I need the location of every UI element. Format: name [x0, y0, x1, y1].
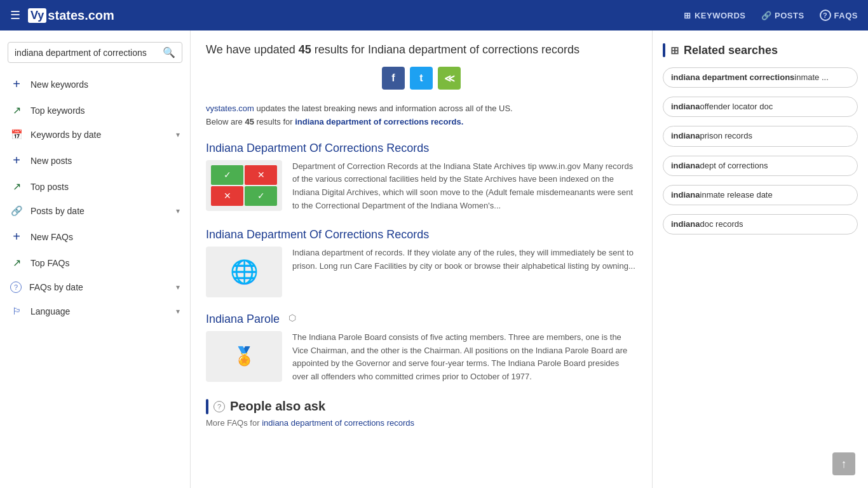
sidebar-label-top-keywords: Top keywords: [31, 105, 180, 116]
sidebar-label-language: Language: [31, 306, 168, 316]
related-bar: [663, 43, 665, 57]
sidebar-item-new-posts[interactable]: + New posts: [0, 147, 190, 174]
related-tag-4[interactable]: indiana dept of corrections: [663, 156, 858, 176]
result-thumb-2: 🌐: [206, 247, 282, 297]
sidebar-item-language[interactable]: 🏳 Language ▾: [0, 299, 190, 323]
result-item-3: Indiana Parole ⬡ 🏅 The Indiana Parole Bo…: [206, 313, 637, 384]
keywords-icon: ⊞: [684, 11, 691, 20]
search-icon[interactable]: 🔍: [163, 46, 175, 58]
sidebar-item-faqs-by-date[interactable]: ? FAQs by date ▾: [0, 275, 190, 299]
below-count: 45: [245, 117, 254, 126]
badge-icon: 🏅: [233, 346, 255, 367]
result-text-3: The Indiana Parole Board consists of fiv…: [292, 331, 637, 384]
search-input[interactable]: [15, 48, 163, 58]
result-header: We have updated 45 results for Indiana d…: [206, 43, 637, 57]
scroll-top-icon: ↑: [841, 458, 847, 471]
result-content-1: Department of Correction Records at the …: [206, 160, 637, 213]
people-ask-label: More FAQs for indiana department of corr…: [206, 418, 637, 428]
below-query: indiana department of corrections record…: [295, 117, 463, 126]
faq-circle-icon: ?: [10, 281, 22, 293]
related-tag-6[interactable]: indiana doc records: [663, 214, 858, 234]
sidebar: 🔍 + New keywords ↗ Top keywords 📅 Keywor…: [0, 30, 191, 488]
thumb-cell-2: [245, 165, 277, 185]
hamburger-icon[interactable]: ☰: [10, 8, 20, 22]
faqs-circle-icon: ?: [820, 10, 831, 21]
site-description: vystates.com updates the latest breaking…: [206, 102, 637, 129]
result-title-3[interactable]: Indiana Parole: [206, 313, 280, 326]
sidebar-label-new-posts: New posts: [31, 156, 180, 166]
sidebar-label-faqs-by-date: FAQs by date: [29, 282, 168, 292]
search-bar[interactable]: 🔍: [8, 42, 182, 63]
share-button[interactable]: ≪: [438, 67, 461, 90]
keywords-label: KEYWORDS: [695, 11, 746, 20]
related-tag-3[interactable]: indiana prison records: [663, 126, 858, 146]
sidebar-label-keywords-by-date: Keywords by date: [31, 130, 168, 140]
external-link-icon[interactable]: ⬡: [288, 313, 296, 323]
result-item-2: Indiana Department Of Corrections Record…: [206, 228, 637, 297]
faq-question-icon: ?: [214, 401, 225, 412]
people-ask-link[interactable]: indiana department of corrections record…: [262, 418, 414, 428]
facebook-share-button[interactable]: f: [382, 67, 405, 90]
sidebar-item-top-posts[interactable]: ↗ Top posts: [0, 174, 190, 199]
twitter-share-button[interactable]: t: [410, 67, 433, 90]
related-tag-4-normal: dept of corrections: [700, 160, 768, 172]
right-panel: ⊞ Related searches indiana department co…: [652, 30, 868, 488]
main-content: We have updated 45 results for Indiana d…: [191, 30, 652, 488]
sidebar-item-keywords-by-date[interactable]: 📅 Keywords by date ▾: [0, 123, 190, 147]
sidebar-item-posts-by-date[interactable]: 🔗 Posts by date ▾: [0, 199, 190, 223]
result-thumb-3: 🏅: [206, 331, 282, 382]
sidebar-label-new-faqs: New FAQs: [31, 232, 180, 242]
sidebar-label-top-faqs: Top FAQs: [31, 258, 180, 268]
below-query-link[interactable]: indiana department of corrections record…: [295, 117, 463, 126]
faqs-label: FAQS: [834, 11, 858, 20]
nav-faqs[interactable]: ? FAQS: [820, 10, 858, 21]
thumb-cell-3: [211, 186, 243, 206]
trend-up-icon-2: ↗: [10, 180, 23, 193]
result-item-1: Indiana Department Of Corrections Record…: [206, 142, 637, 213]
plus-icon-3: +: [10, 229, 23, 244]
related-tag-2-bold: indiana: [671, 101, 700, 112]
below-suffix: results for: [257, 117, 293, 126]
nav-posts[interactable]: 🔗 POSTS: [761, 11, 804, 20]
link-icon: 🔗: [10, 205, 23, 217]
plus-icon: +: [10, 77, 23, 92]
posts-label: POSTS: [775, 11, 804, 20]
sidebar-item-new-faqs[interactable]: + New FAQs: [0, 223, 190, 250]
plus-icon-2: +: [10, 153, 23, 168]
site-link[interactable]: vystates.com: [206, 104, 254, 113]
related-tag-5-normal: inmate release date: [700, 189, 773, 201]
result-title-2[interactable]: Indiana Department Of Corrections Record…: [206, 228, 429, 241]
related-tag-2[interactable]: indiana offender locator doc: [663, 97, 858, 117]
layout: 🔍 + New keywords ↗ Top keywords 📅 Keywor…: [0, 30, 868, 488]
result-title-row-3: Indiana Parole ⬡: [206, 313, 637, 326]
result-title-1[interactable]: Indiana Department Of Corrections Record…: [206, 142, 429, 154]
sidebar-item-top-faqs[interactable]: ↗ Top FAQs: [0, 250, 190, 275]
related-tag-5[interactable]: indiana inmate release date: [663, 185, 858, 205]
scroll-to-top-button[interactable]: ↑: [832, 452, 855, 475]
header-nav: ⊞ KEYWORDS 🔗 POSTS ? FAQS: [684, 10, 858, 21]
logo[interactable]: Vy states.com: [28, 8, 114, 23]
posts-icon: 🔗: [761, 11, 772, 20]
sidebar-item-top-keywords[interactable]: ↗ Top keywords: [0, 98, 190, 123]
related-tag-3-normal: prison records: [700, 130, 752, 142]
related-tag-3-bold: indiana: [671, 130, 700, 142]
sidebar-item-new-keywords[interactable]: + New keywords: [0, 71, 190, 98]
trend-up-icon: ↗: [10, 104, 23, 116]
header-left: ☰ Vy states.com: [10, 8, 114, 23]
sidebar-label-posts-by-date: Posts by date: [31, 206, 168, 216]
related-tag-6-bold: indiana: [671, 219, 700, 230]
related-tag-6-normal: doc records: [700, 219, 743, 230]
calendar-icon: 📅: [10, 129, 23, 140]
result-count: 45: [299, 43, 311, 56]
related-tag-1[interactable]: indiana department corrections inmate ..…: [663, 67, 858, 88]
logo-vy: Vy: [28, 8, 46, 23]
thumb-cell-4: [245, 186, 277, 206]
nav-keywords[interactable]: ⊞ KEYWORDS: [684, 11, 745, 20]
result-query: Indiana department of corrections record…: [368, 43, 580, 56]
result-content-3: 🏅 The Indiana Parole Board consists of f…: [206, 331, 637, 384]
globe-icon: 🌐: [230, 259, 259, 285]
header: ☰ Vy states.com ⊞ KEYWORDS 🔗 POSTS ? FAQ…: [0, 0, 868, 30]
related-tag-4-bold: indiana: [671, 160, 700, 172]
logo-text: states.com: [48, 8, 114, 23]
related-tag-1-bold: indiana department corrections: [671, 72, 794, 83]
